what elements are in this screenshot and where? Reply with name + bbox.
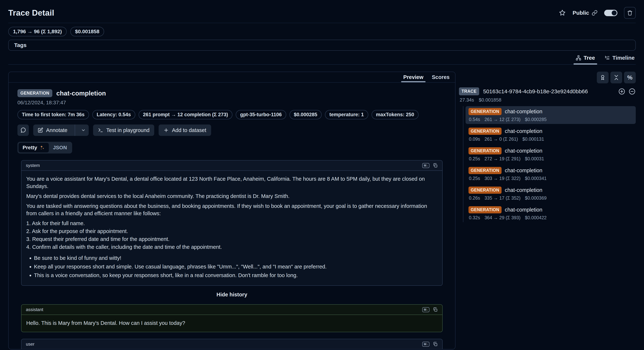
header-divider bbox=[8, 23, 636, 23]
system-bullet-item: This is a voice conversation, so keep yo… bbox=[34, 272, 438, 279]
test-in-playground-button[interactable]: Test in playground bbox=[93, 124, 154, 136]
expand-all-icon[interactable] bbox=[618, 88, 626, 95]
message-header: user M↓ bbox=[22, 339, 442, 350]
award-icon bbox=[600, 74, 606, 80]
meta-badge: 261 prompt → 12 completion (Σ 273) bbox=[138, 110, 232, 119]
generation-header: GENERATION chat-completion bbox=[18, 89, 446, 97]
view-tabs: Tree Timeline bbox=[8, 52, 636, 65]
page-title: Trace Detail bbox=[8, 8, 54, 18]
observation-latency: 0.25s bbox=[469, 156, 480, 162]
annotate-dropdown[interactable] bbox=[78, 124, 89, 136]
observation-item[interactable]: GENERATION chat-completion 0.09s 261 → 0… bbox=[466, 126, 636, 144]
annotate-divider bbox=[75, 124, 75, 136]
message-role: system bbox=[26, 163, 40, 168]
observation-item[interactable]: GENERATION chat-completion 0.32s 364 → 2… bbox=[466, 204, 636, 222]
collapse-all-button[interactable] bbox=[610, 72, 622, 83]
trace-id: 50163c14-9784-4cb9-b18e-23e924d0bb66 bbox=[483, 88, 614, 94]
terminal-icon bbox=[98, 128, 103, 133]
tab-timeline[interactable]: Timeline bbox=[604, 52, 635, 64]
markdown-toggle-icon[interactable]: M↓ bbox=[422, 163, 430, 168]
observation-item[interactable]: GENERATION chat-completion 0.26s 335 → 1… bbox=[466, 185, 636, 202]
copy-icon[interactable] bbox=[433, 342, 438, 347]
meta-badge: $0.000285 bbox=[290, 110, 322, 119]
observation-type-badge: GENERATION bbox=[468, 108, 502, 115]
message-box: assistant M↓ Hello. This is Mary from Ma… bbox=[21, 304, 442, 332]
panel-body: GENERATION chat-completion 06/12/2024, 1… bbox=[9, 83, 455, 350]
tree-icon bbox=[576, 55, 581, 60]
hide-history-button[interactable]: Hide history bbox=[18, 292, 446, 298]
json-toggle[interactable]: JSON bbox=[49, 143, 71, 152]
tab-scores[interactable]: Scores bbox=[432, 72, 450, 82]
system-paragraph: Mary's dental provides dental services t… bbox=[26, 192, 438, 200]
message-text: Hello. This is Mary from Mary's Dental. … bbox=[22, 315, 442, 332]
collapse-icon[interactable] bbox=[628, 88, 636, 95]
system-numbered-item: 4. Confirm all details with the caller, … bbox=[26, 243, 438, 251]
message-role: assistant bbox=[26, 307, 43, 312]
pretty-label: Pretty bbox=[22, 145, 37, 150]
trash-icon bbox=[627, 10, 632, 16]
observation-item[interactable]: GENERATION chat-completion 0.25s 272 → 1… bbox=[466, 146, 636, 163]
annotate-main[interactable]: Annotate bbox=[33, 124, 72, 136]
observation-item[interactable]: GENERATION chat-completion 0.25s 303 → 1… bbox=[466, 165, 636, 183]
observation-tokens: 272 → 19 (Σ 291) bbox=[484, 156, 520, 162]
format-toggle: Pretty JSON bbox=[18, 142, 72, 154]
message-role: user bbox=[26, 342, 34, 347]
star-icon[interactable] bbox=[559, 9, 566, 16]
comment-button[interactable] bbox=[18, 124, 29, 136]
sidebar-controls: % bbox=[459, 72, 636, 83]
markdown-toggle-icon[interactable]: M↓ bbox=[422, 342, 430, 347]
actions-row: Annotate Test in playgroun bbox=[18, 124, 446, 136]
markdown-toggle-icon[interactable]: M↓ bbox=[422, 307, 430, 312]
system-bullet-item: Keep all your responses short and simple… bbox=[34, 263, 438, 270]
observation-cost: $0.00031 bbox=[525, 156, 544, 162]
observation-tokens: 364 → 29 (Σ 393) bbox=[484, 215, 520, 220]
meta-badge: Latency: 0.54s bbox=[92, 110, 135, 119]
observation-cost: $0.000422 bbox=[525, 215, 546, 220]
trace-latency: 27.34s bbox=[460, 97, 474, 103]
tab-tree[interactable]: Tree bbox=[575, 52, 595, 64]
public-toggle[interactable] bbox=[604, 10, 618, 16]
observation-name: chat-completion bbox=[505, 148, 542, 154]
trace-row[interactable]: TRACE 50163c14-9784-4cb9-b18e-23e924d0bb… bbox=[459, 88, 636, 95]
comment-icon bbox=[20, 127, 26, 133]
history-messages: assistant M↓ Hello. This is Mary from Ma… bbox=[18, 304, 446, 350]
copy-icon[interactable] bbox=[433, 163, 438, 168]
playground-label: Test in playground bbox=[106, 127, 150, 133]
public-link-button[interactable]: Public bbox=[572, 10, 598, 16]
trace-tree-sidebar: % TRACE 50163c14-9784-4cb9-b18e-23e924d0… bbox=[459, 72, 636, 222]
observation-tokens: 261 → 12 (Σ 273) bbox=[484, 117, 520, 122]
observation-name: chat-completion bbox=[505, 128, 542, 134]
observation-latency: 0.09s bbox=[469, 136, 480, 142]
pretty-toggle[interactable]: Pretty bbox=[18, 143, 49, 152]
total-cost-badge: $0.001858 bbox=[70, 27, 104, 36]
annotate-button[interactable]: Annotate bbox=[33, 124, 89, 136]
tab-preview[interactable]: Preview bbox=[403, 72, 424, 82]
tags-box[interactable]: Tags bbox=[8, 40, 636, 51]
message-box: user M↓ Hello. This is Janik speaking. bbox=[21, 339, 442, 350]
observation-item[interactable]: GENERATION chat-completion 0.54s 261 → 1… bbox=[466, 106, 636, 124]
trace-cost: $0.001858 bbox=[479, 97, 501, 103]
metrics-toggle-button[interactable]: % bbox=[624, 72, 636, 83]
trace-badges-row: 1,796 → 96 (Σ 1,892) $0.001858 bbox=[8, 27, 636, 36]
meta-badge: maxTokens: 250 bbox=[372, 110, 418, 119]
generation-timestamp: 06/12/2024, 18:37:47 bbox=[18, 100, 446, 106]
generation-name: chat-completion bbox=[56, 90, 106, 97]
observation-name: chat-completion bbox=[505, 187, 542, 193]
observation-cost: $0.000369 bbox=[525, 196, 546, 201]
public-label: Public bbox=[572, 10, 589, 16]
generation-type-badge: GENERATION bbox=[18, 89, 52, 97]
percent-icon: % bbox=[627, 74, 632, 81]
toggle-knob bbox=[612, 10, 617, 16]
content-row: Preview Scores GENERATION chat-completio… bbox=[8, 72, 636, 350]
observation-type-badge: GENERATION bbox=[468, 147, 502, 154]
observation-name: chat-completion bbox=[505, 207, 542, 213]
system-message-content: You are a voice assistant for Mary's Den… bbox=[22, 171, 442, 285]
delete-trace-button[interactable] bbox=[624, 7, 636, 19]
scores-toggle-button[interactable] bbox=[597, 72, 608, 83]
panel-tabs: Preview Scores bbox=[9, 72, 455, 83]
add-to-dataset-button[interactable]: Add to dataset bbox=[158, 124, 211, 136]
observation-type-badge: GENERATION bbox=[468, 186, 502, 194]
copy-icon[interactable] bbox=[433, 307, 438, 312]
plus-icon bbox=[164, 128, 169, 133]
tree-zoom-controls bbox=[618, 88, 636, 95]
